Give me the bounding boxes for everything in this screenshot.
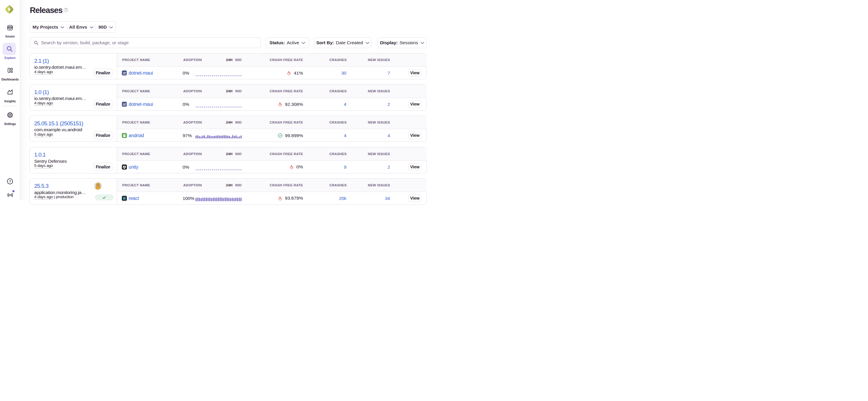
svg-text:.NET: .NET: [122, 72, 126, 74]
svg-text:MAUI: MAUI: [123, 74, 126, 75]
svg-text:?: ?: [9, 179, 11, 183]
svg-text:.NET: .NET: [122, 103, 126, 105]
svg-text:MAUI: MAUI: [123, 105, 126, 106]
